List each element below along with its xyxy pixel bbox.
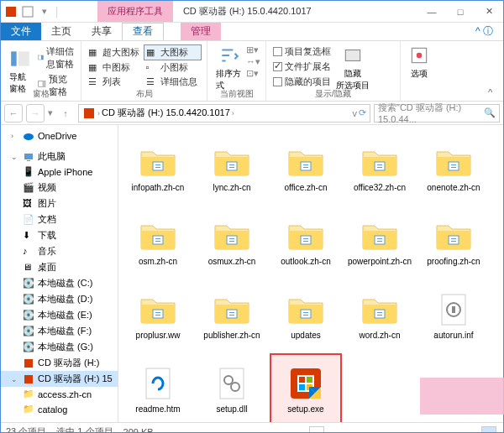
file-item[interactable]: updates bbox=[270, 279, 342, 352]
view-details-icon[interactable] bbox=[309, 426, 324, 434]
sidebar-access[interactable]: 📁access.zh-cn bbox=[1, 387, 118, 402]
detail-pane-icon bbox=[38, 52, 44, 64]
refresh-icon[interactable]: ⟳ bbox=[359, 107, 366, 118]
sidebar-disk-g[interactable]: 💽本地磁盘 (G:) bbox=[1, 339, 118, 355]
up-button[interactable]: ↑ bbox=[56, 104, 75, 123]
sidebar-catalog[interactable]: 📁catalog bbox=[1, 402, 118, 417]
file-item[interactable]: readme.htm bbox=[122, 353, 194, 422]
tab-home[interactable]: 主页 bbox=[41, 23, 81, 40]
sidebar-music[interactable]: ♪音乐 bbox=[1, 243, 118, 259]
breadcrumb-segment[interactable]: CD 驱动器 (H:) 15.0.4420.1017 bbox=[102, 107, 230, 119]
check-hidden[interactable]: 隐藏的项目 bbox=[271, 75, 333, 89]
detail-pane-button[interactable]: 详细信息窗格 bbox=[36, 44, 76, 71]
sidebar-disk-e[interactable]: 💽本地磁盘 (E:) bbox=[1, 307, 118, 323]
status-bar: 23 个项目 选中 1 个项目 209 KB bbox=[1, 422, 503, 433]
tab-share[interactable]: 共享 bbox=[81, 23, 122, 40]
back-button[interactable]: ← bbox=[4, 104, 23, 123]
fitcol-icon[interactable]: ⊡▾ bbox=[246, 68, 260, 79]
breadcrumb[interactable]: › CD 驱动器 (H:) 15.0.4420.1017 › v ⟳ bbox=[78, 104, 370, 123]
sidebar-cd-h-expanded[interactable]: ⌄CD 驱动器 (H:) 15 bbox=[1, 371, 118, 387]
layout-xlarge[interactable]: ▦超大图标 bbox=[87, 44, 144, 60]
history-dropdown-icon[interactable]: ▾ bbox=[48, 107, 53, 118]
addcol-icon[interactable]: ⊞▾ bbox=[246, 44, 260, 55]
maximize-button[interactable]: □ bbox=[446, 1, 475, 23]
view-large-icon[interactable] bbox=[481, 426, 496, 434]
search-placeholder: 搜索"CD 驱动器 (H:) 15.0.44... bbox=[378, 102, 484, 124]
status-size: 209 KB bbox=[123, 427, 154, 434]
forward-button[interactable]: → bbox=[26, 104, 45, 123]
svg-rect-44 bbox=[449, 236, 459, 244]
file-label: powerpoint.zh-cn bbox=[348, 257, 412, 266]
tab-manage[interactable]: 管理 bbox=[181, 23, 221, 40]
svg-rect-51 bbox=[229, 312, 234, 313]
titlebar: ▾ │ 应用程序工具 CD 驱动器 (H:) 15.0.4420.1017 — … bbox=[1, 1, 503, 23]
layout-medium[interactable]: ▦中图标 bbox=[87, 60, 144, 75]
disk-icon: 💽 bbox=[23, 310, 34, 321]
search-input[interactable]: 搜索"CD 驱动器 (H:) 15.0.44... 🔍 bbox=[374, 104, 500, 123]
sidebar-documents[interactable]: 📄文档 bbox=[1, 211, 118, 227]
options-button[interactable]: 选项 bbox=[406, 43, 433, 81]
sidebar-desktop[interactable]: 🖥桌面 bbox=[1, 259, 118, 275]
file-item[interactable]: osm.zh-cn bbox=[122, 206, 194, 278]
file-item[interactable]: outlook.zh-cn bbox=[270, 206, 342, 278]
cd-icon bbox=[23, 357, 34, 369]
file-item[interactable]: infopath.zh-cn bbox=[122, 132, 194, 204]
drive-icon bbox=[82, 107, 96, 120]
file-item[interactable]: autorun.inf bbox=[417, 279, 490, 352]
file-label: office.zh-cn bbox=[285, 183, 328, 192]
svg-point-10 bbox=[417, 53, 423, 59]
file-item[interactable]: word.zh-cn bbox=[344, 279, 416, 352]
svg-rect-13 bbox=[24, 154, 33, 159]
sort-button[interactable]: 排序方式 bbox=[213, 43, 246, 93]
sidebar-disk-d[interactable]: 💽本地磁盘 (D:) bbox=[1, 291, 118, 307]
office-icon bbox=[4, 5, 18, 18]
qat-save-icon[interactable] bbox=[21, 5, 34, 18]
hide-selected-button[interactable]: 隐藏 所选项目 bbox=[333, 43, 373, 93]
sidebar-downloads[interactable]: ⬇下载 bbox=[1, 227, 118, 243]
close-button[interactable]: ✕ bbox=[475, 1, 503, 23]
file-item[interactable]: onenote.zh-cn bbox=[417, 132, 490, 204]
sidebar-disk-f[interactable]: 💽本地磁盘 (F:) bbox=[1, 323, 118, 339]
layout-details[interactable]: ☰详细信息 bbox=[144, 75, 202, 89]
svg-rect-1 bbox=[23, 7, 33, 17]
qat-dropdown-icon[interactable]: ▾ bbox=[38, 5, 51, 18]
file-item[interactable]: setup.exe bbox=[270, 353, 342, 422]
check-file-ext[interactable]: 文件扩展名 bbox=[271, 60, 333, 74]
file-item[interactable]: office.zh-cn bbox=[270, 132, 342, 204]
folder-icon bbox=[139, 217, 176, 254]
svg-rect-2 bbox=[11, 51, 17, 65]
sidebar-disk-c[interactable]: 💽本地磁盘 (C:) bbox=[1, 275, 118, 291]
sidebar-iphone[interactable]: 📱Apple iPhone bbox=[1, 164, 118, 180]
file-item[interactable]: publisher.zh-cn bbox=[196, 279, 268, 352]
file-item[interactable]: proplusr.ww bbox=[122, 279, 194, 352]
sidebar-pictures[interactable]: 🖼图片 bbox=[1, 196, 118, 211]
sidebar-onedrive[interactable]: ›OneDrive bbox=[1, 128, 118, 143]
sizecol-icon[interactable]: ↔▾ bbox=[246, 56, 260, 67]
file-label: proplusr.ww bbox=[136, 331, 181, 340]
svg-rect-70 bbox=[299, 384, 305, 390]
tab-view[interactable]: 查看 bbox=[122, 23, 164, 40]
tab-file[interactable]: 文件 bbox=[1, 23, 41, 40]
sidebar-videos[interactable]: 🎬视频 bbox=[1, 180, 118, 196]
file-item[interactable]: powerpoint.zh-cn bbox=[344, 206, 416, 278]
medium-icon: ▦ bbox=[88, 62, 100, 74]
minimize-button[interactable]: — bbox=[417, 1, 446, 23]
sidebar-cd-h[interactable]: CD 驱动器 (H:) bbox=[1, 355, 118, 371]
layout-large[interactable]: ▦大图标 bbox=[144, 44, 202, 60]
collapse-ribbon-icon[interactable]: ^ bbox=[488, 87, 500, 99]
layout-list[interactable]: ☰列表 bbox=[87, 75, 144, 89]
svg-rect-47 bbox=[153, 310, 163, 318]
file-item[interactable]: osmux.zh-cn bbox=[196, 206, 268, 278]
folder-icon: 📁 bbox=[23, 389, 34, 400]
layout-small[interactable]: ▫小图标 bbox=[144, 60, 202, 75]
svg-rect-16 bbox=[24, 375, 33, 383]
file-item[interactable]: lync.zh-cn bbox=[196, 132, 268, 204]
help-button[interactable]: ^ ⓘ bbox=[465, 23, 503, 40]
large-icon: ▦ bbox=[146, 47, 158, 59]
file-item[interactable]: office32.zh-cn bbox=[344, 132, 416, 204]
file-item[interactable]: proofing.zh-cn bbox=[417, 206, 490, 278]
file-item[interactable]: setup.dll bbox=[196, 353, 268, 422]
sidebar-thispc[interactable]: ⌄此电脑 bbox=[1, 149, 118, 164]
dropdown-icon[interactable]: v bbox=[353, 108, 358, 118]
check-item-checkboxes[interactable]: 项目复选框 bbox=[271, 44, 333, 59]
